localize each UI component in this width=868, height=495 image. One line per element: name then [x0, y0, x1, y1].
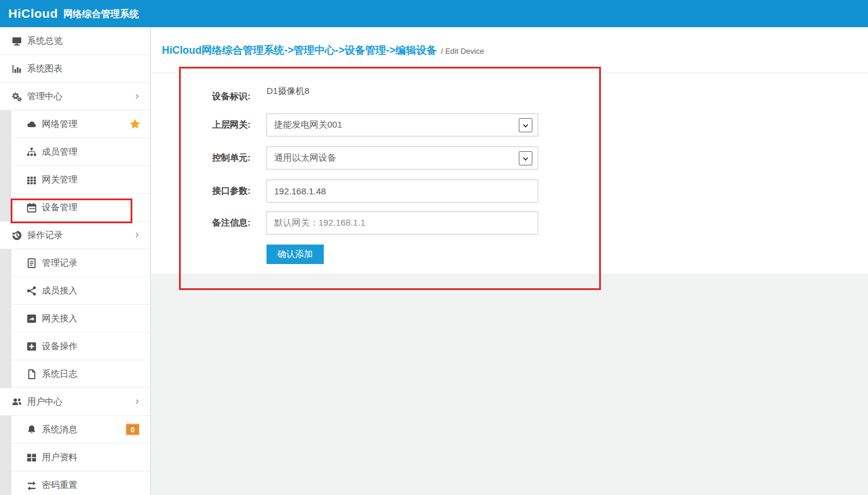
dropdown-arrow-icon[interactable] — [519, 151, 532, 165]
control-unit-select[interactable]: 通用以太网设备 — [266, 146, 538, 170]
sitemap-icon — [27, 147, 37, 157]
breadcrumb: HiCloud网络综合管理系统->管理中心->设备管理->编辑设备 — [162, 43, 437, 57]
sidebar-item-label: 网关接入 — [42, 313, 77, 324]
chevron-right-icon — [133, 92, 141, 100]
sidebar-item-member-management[interactable]: 成员管理 — [0, 138, 150, 166]
message-count-badge: 0 — [126, 424, 139, 435]
th-large-icon — [27, 452, 37, 463]
cloud-icon — [27, 119, 37, 129]
upper-gateway-label: 上层网关: — [175, 119, 251, 131]
app-logo: HiCloud — [8, 6, 58, 21]
confirm-add-button[interactable]: 确认添加 — [266, 245, 324, 264]
topbar: HiCloud 网络综合管理系统 — [0, 0, 868, 27]
sidebar-item-label: 管理中心 — [27, 91, 63, 102]
sidebar-item-user-profile[interactable]: 用户资料 — [0, 444, 150, 471]
plus-square-icon — [27, 341, 37, 351]
sidebar-item-system-log[interactable]: 系统日志 — [0, 360, 150, 388]
exchange-icon — [27, 480, 37, 490]
sidebar-item-label: 系统图表 — [27, 63, 63, 74]
sidebar-item-label: 用户资料 — [42, 452, 77, 463]
users-icon — [12, 397, 22, 407]
main-content: HiCloud网络综合管理系统->管理中心->设备管理->编辑设备 / Edit… — [151, 27, 868, 495]
sidebar-item-member-access[interactable]: 成员接入 — [0, 277, 150, 305]
favorite-star-icon[interactable] — [129, 119, 141, 130]
sidebar-item-label: 管理记录 — [42, 258, 77, 269]
sidebar-item-label: 网络管理 — [42, 119, 77, 130]
file-text-icon — [27, 258, 37, 268]
history-icon — [12, 230, 22, 240]
sidebar-item-user-center[interactable]: 用户中心 — [0, 388, 150, 416]
sidebar-item-label: 成员管理 — [42, 146, 77, 158]
sidebar-item-system-messages[interactable]: 系统消息 0 — [0, 416, 150, 444]
sidebar-item-system-charts[interactable]: 系统图表 — [0, 55, 150, 83]
device-id-label: 设备标识: — [175, 91, 251, 102]
share-icon — [27, 286, 37, 296]
content-background — [151, 273, 868, 495]
upper-gateway-selected-value: 捷能发电网关001 — [274, 119, 342, 131]
bell-icon — [27, 425, 37, 435]
sidebar-item-device-management[interactable]: 设备管理 — [0, 194, 150, 222]
sidebar-item-label: 用户中心 — [27, 396, 63, 408]
control-unit-label: 控制单元: — [175, 152, 251, 164]
share-square-icon — [27, 314, 37, 324]
sidebar-item-label: 设备管理 — [42, 202, 77, 213]
sidebar-item-label: 设备操作 — [42, 341, 77, 352]
sidebar-item-label: 系统消息 — [42, 424, 77, 435]
sidebar-item-operation-records[interactable]: 操作记录 — [0, 222, 150, 249]
bar-chart-icon — [12, 64, 22, 74]
sidebar-item-system-overview[interactable]: 系统总览 — [0, 27, 150, 55]
sidebar-item-password-reset[interactable]: 密码重置 — [0, 471, 150, 495]
sidebar-item-label: 操作记录 — [27, 230, 63, 241]
sidebar-item-gateway-management[interactable]: 网关管理 — [0, 166, 150, 194]
interface-params-label: 接口参数: — [175, 185, 251, 197]
device-id-value: D1摄像机8 — [266, 86, 310, 97]
file-icon — [27, 369, 37, 379]
sidebar-item-network-management[interactable]: 网络管理 — [0, 110, 150, 138]
sidebar-item-label: 系统总览 — [27, 35, 63, 47]
sidebar-item-label: 成员接入 — [42, 285, 77, 297]
sidebar: 系统总览 系统图表 管理中心 网络管理 成员管理 网关管理 设备管理 操作记录 … — [0, 27, 151, 495]
remark-label: 备注信息: — [175, 217, 251, 229]
remark-input[interactable] — [266, 211, 538, 235]
upper-gateway-select[interactable]: 捷能发电网关001 — [266, 113, 538, 136]
dropdown-arrow-icon[interactable] — [519, 118, 532, 132]
sidebar-item-label: 网关管理 — [42, 174, 77, 185]
breadcrumb-suffix: / Edit Device — [441, 45, 484, 56]
sidebar-item-label: 系统日志 — [42, 369, 77, 380]
sidebar-item-gateway-access[interactable]: 网关接入 — [0, 305, 150, 333]
sidebar-item-label: 密码重置 — [42, 480, 77, 491]
sidebar-item-management-center[interactable]: 管理中心 — [0, 83, 150, 110]
chevron-right-icon — [133, 231, 141, 239]
calendar-icon — [27, 203, 37, 213]
breadcrumb-bar: HiCloud网络综合管理系统->管理中心->设备管理->编辑设备 / Edit… — [151, 27, 868, 73]
grid-icon — [27, 175, 37, 185]
control-unit-selected-value: 通用以太网设备 — [274, 152, 336, 164]
desktop-icon — [12, 36, 22, 46]
chevron-right-icon — [133, 398, 141, 406]
sidebar-item-management-records[interactable]: 管理记录 — [0, 249, 150, 277]
app-title: 网络综合管理系统 — [63, 7, 139, 21]
sidebar-item-device-operation[interactable]: 设备操作 — [0, 333, 150, 360]
interface-params-input[interactable] — [266, 180, 538, 203]
gears-icon — [12, 92, 22, 102]
